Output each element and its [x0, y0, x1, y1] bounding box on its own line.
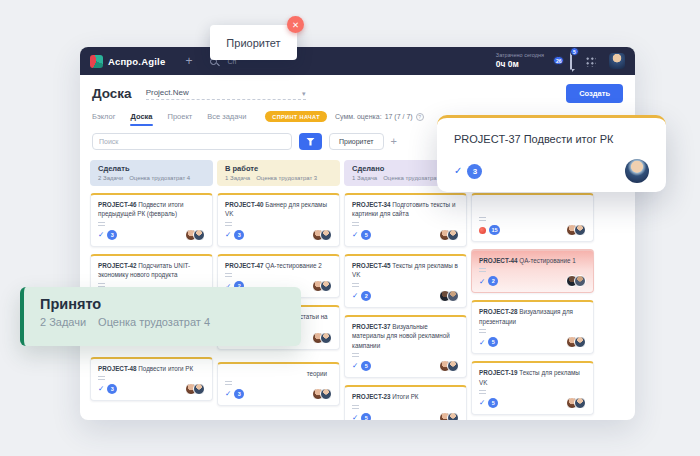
description-icon — [479, 329, 486, 333]
funnel-icon — [306, 138, 315, 146]
add-filter-icon[interactable]: + — [391, 136, 397, 147]
check-icon: ✓ — [225, 390, 231, 398]
task-card-highlighted[interactable]: PROJECT-44 QA-тестирование 1 ✓ 2 — [471, 249, 594, 293]
avatar — [320, 229, 332, 241]
add-icon[interactable]: + — [185, 55, 192, 67]
column-done: Сделано 1 ЗадачаОценка трудозатрат PROJE… — [344, 160, 467, 420]
task-id: PROJECT-34 — [352, 201, 391, 208]
avatar — [447, 360, 459, 372]
estimate-badge: 3 — [107, 384, 117, 394]
project-select[interactable]: Project.New ▾ — [146, 88, 306, 100]
task-card[interactable]: PROJECT-40 Баннер для рекламы VK ✓ 3 — [217, 193, 340, 247]
task-id: PROJECT-23 — [352, 393, 391, 400]
summary-label: Сумм. оценка: — [335, 113, 382, 120]
column-header[interactable]: В работе 1 ЗадачаОценка трудозатрат 3 — [217, 160, 340, 186]
task-card[interactable]: PROJECT-23 Итоги РК ✓ 5 — [344, 385, 467, 420]
task-id: PROJECT-37 — [352, 323, 391, 330]
info-icon[interactable]: ? — [416, 113, 424, 121]
tab-all-tasks[interactable]: Все задачи — [207, 112, 246, 126]
column-header[interactable]: Сделать 2 ЗадачиОценка трудозатрат 4 — [90, 160, 213, 186]
accepted-task-count: 2 Задачи — [40, 316, 86, 328]
description-icon — [479, 268, 486, 272]
check-icon: ✓ — [98, 385, 104, 393]
check-icon: ✓ — [352, 362, 358, 370]
apps-grid-icon[interactable] — [585, 56, 596, 67]
avatar — [447, 229, 459, 241]
task-title: теории — [307, 370, 327, 377]
task-title: Итоги РК — [392, 393, 418, 400]
time-value: 0ч 0м — [496, 59, 544, 70]
estimate-badge: 2 — [361, 291, 371, 301]
priority-filter-chip[interactable]: Приоритет — [329, 133, 384, 150]
search-input[interactable] — [92, 133, 292, 150]
accepted-column-overlay[interactable]: Принято 2 ЗадачиОценка трудозатрат 4 — [20, 287, 301, 346]
tab-backlog[interactable]: Бэклог — [92, 112, 115, 126]
column-estimate: Оценка трудозатрат 4 — [129, 175, 190, 181]
dragged-task-card[interactable]: PROJECT-37 Подвести итог РК ✓ 3 — [437, 115, 666, 192]
description-icon — [98, 376, 105, 380]
accepted-title: Принято — [40, 296, 285, 312]
create-button[interactable]: Создать — [566, 84, 623, 103]
check-icon: ✓ — [352, 414, 358, 420]
task-card[interactable]: PROJECT-46 Подвести итоги предыдущей РК … — [90, 193, 213, 247]
close-icon[interactable]: ✕ — [287, 16, 304, 33]
description-icon — [352, 353, 359, 357]
task-card[interactable]: PROJECT-28 Визуализация для презентации … — [471, 300, 594, 354]
task-card[interactable]: теории ✓ 3 — [217, 362, 340, 406]
tab-project[interactable]: Проект — [168, 112, 193, 126]
task-card[interactable]: PROJECT-19 Тексты для рекламы VK ✓ 5 — [471, 361, 594, 415]
task-card[interactable]: PROJECT-48 Подвести итоги РК ✓ 3 — [90, 357, 213, 401]
check-icon: ✓ — [98, 231, 104, 239]
tooltip-label: Приоритет — [226, 37, 280, 49]
avatar — [193, 383, 205, 395]
priority-tooltip: Приоритет ✕ — [210, 25, 297, 60]
summary-value: 17 (7 / 7) — [385, 113, 413, 120]
avatar — [320, 388, 332, 400]
filter-button[interactable] — [299, 133, 322, 150]
task-title: Подвести итоги РК — [138, 365, 193, 372]
avatar — [447, 290, 459, 302]
task-id: PROJECT-19 — [479, 369, 518, 376]
messages-badge: 5 — [570, 47, 579, 56]
avatar — [320, 332, 332, 344]
column-task-count: 1 Задача — [352, 175, 377, 181]
description-icon — [352, 283, 359, 287]
avatar — [625, 159, 649, 183]
task-id: PROJECT-46 — [98, 201, 137, 208]
messages-button[interactable]: 5 — [570, 52, 572, 70]
tab-board[interactable]: Доска — [130, 112, 152, 126]
check-icon: ✓ — [352, 231, 358, 239]
avatar — [447, 412, 459, 421]
estimate-badge: 5 — [361, 230, 371, 240]
accepted-estimate: Оценка трудозатрат 4 — [98, 316, 210, 328]
estimate-badge: 3 — [467, 164, 482, 179]
task-id: PROJECT-28 — [479, 308, 518, 315]
app-window: Аспро.Agile + Сп Затрачено сегодня 0ч 0м… — [80, 47, 635, 420]
check-icon: ✓ — [479, 399, 485, 407]
task-card[interactable]: PROJECT-37 Визуальные материалы для ново… — [344, 315, 467, 378]
estimate-badge: 5 — [361, 413, 371, 421]
estimate-badge: 5 — [488, 337, 498, 347]
check-icon: ✓ — [479, 339, 485, 347]
task-card[interactable]: 15 — [471, 193, 594, 242]
estimate-badge: 2 — [488, 276, 498, 286]
description-icon — [225, 222, 232, 226]
project-name: Project.New — [146, 88, 189, 97]
estimate-badge: 5 — [361, 361, 371, 371]
page-title: Доска — [92, 86, 132, 101]
time-tracker: Затрачено сегодня 0ч 0м — [496, 52, 544, 70]
chevron-down-icon: ▾ — [302, 90, 306, 97]
task-id: PROJECT-45 — [352, 262, 391, 269]
notifications-badge: 26 — [553, 56, 564, 65]
topbar: Аспро.Agile + Сп Затрачено сегодня 0ч 0м… — [80, 47, 635, 75]
user-avatar[interactable] — [609, 53, 625, 69]
description-icon — [479, 390, 486, 394]
estimate-badge: 5 — [488, 398, 498, 408]
estimate-badge: 3 — [107, 230, 117, 240]
description-icon — [98, 222, 105, 226]
column-title: В работе — [225, 164, 332, 173]
task-card[interactable]: PROJECT-45 Тексты для рекламы в VK ✓ 2 — [344, 254, 467, 308]
task-card[interactable]: PROJECT-34 Подготовить тексты и картинки… — [344, 193, 467, 247]
task-id: PROJECT-42 — [98, 262, 137, 269]
task-title: QA-тестирование 2 — [265, 262, 322, 269]
